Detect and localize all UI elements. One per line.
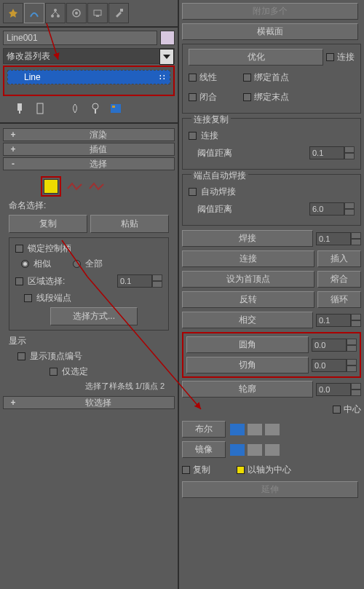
- outline-button[interactable]: 轮廓: [182, 381, 313, 398]
- svg-rect-8: [120, 9, 123, 12]
- linear-checkbox[interactable]: [189, 74, 197, 82]
- auto-weld-checkbox[interactable]: [189, 188, 197, 196]
- fuse-button[interactable]: 熔合: [317, 271, 361, 288]
- configure-sets-icon[interactable]: [109, 102, 122, 115]
- cross-insert-button[interactable]: 相交: [182, 312, 313, 328]
- similar-radio[interactable]: [21, 260, 29, 268]
- rollup-render[interactable]: +渲染: [3, 128, 175, 141]
- paste-button[interactable]: 粘贴: [90, 215, 169, 233]
- weld-button[interactable]: 焊接: [182, 230, 313, 247]
- svg-rect-10: [19, 111, 20, 114]
- connect-copy-checkbox[interactable]: [189, 132, 197, 140]
- select-by-button[interactable]: 选择方式...: [50, 307, 138, 325]
- svg-point-5: [75, 12, 78, 15]
- pin-stack-icon[interactable]: [13, 102, 26, 115]
- svg-point-2: [51, 15, 54, 17]
- show-result-icon[interactable]: [33, 102, 47, 115]
- svg-rect-9: [17, 103, 22, 111]
- connect-checkbox[interactable]: [326, 53, 334, 61]
- svg-point-1: [54, 9, 57, 12]
- modify-tab[interactable]: [24, 3, 44, 23]
- chevron-down-icon[interactable]: [159, 49, 174, 65]
- weld-spinner[interactable]: [316, 232, 361, 245]
- display-label: 显示: [9, 335, 169, 347]
- cross-section-button[interactable]: 横截面: [182, 23, 358, 40]
- display-tab[interactable]: [87, 3, 108, 23]
- copy-button[interactable]: 复制: [9, 215, 87, 233]
- all-radio[interactable]: [73, 260, 81, 268]
- outline-spinner[interactable]: [316, 383, 361, 396]
- fillet-button[interactable]: 圆角: [186, 336, 309, 353]
- bind-last-checkbox[interactable]: [243, 93, 251, 101]
- threshold-spinner-2[interactable]: [309, 202, 355, 216]
- mirror-both-icon[interactable]: [265, 444, 280, 456]
- mirror-button[interactable]: 镜像: [182, 441, 226, 458]
- named-selection-label: 命名选择:: [9, 199, 169, 212]
- command-panel-tabs: [3, 3, 175, 23]
- object-color-swatch[interactable]: [160, 31, 175, 45]
- svg-point-12: [92, 103, 98, 109]
- svg-rect-14: [111, 104, 121, 113]
- cycle-button[interactable]: 循环: [317, 291, 361, 308]
- optimize-button[interactable]: 优化: [189, 49, 323, 66]
- selected-only-checkbox[interactable]: [50, 368, 58, 376]
- connect-copy-title: 连接复制: [191, 114, 231, 126]
- bool-union-icon[interactable]: [230, 424, 245, 435]
- fillet-spinner[interactable]: [312, 339, 357, 352]
- closed-checkbox[interactable]: [189, 93, 197, 101]
- bool-subtract-icon[interactable]: [248, 424, 262, 435]
- reverse-button[interactable]: 反转: [182, 291, 314, 308]
- selection-status: 选择了样条线 1/顶点 2: [9, 381, 165, 392]
- svg-rect-11: [37, 103, 43, 114]
- bind-first-checkbox[interactable]: [243, 74, 251, 82]
- bool-intersect-icon[interactable]: [265, 424, 280, 435]
- modifier-list-dropdown[interactable]: 修改器列表: [3, 48, 175, 64]
- insert-button[interactable]: 插入: [317, 250, 361, 267]
- copy-checkbox[interactable]: [182, 466, 190, 474]
- utilities-tab[interactable]: [108, 3, 129, 23]
- stack-toolbar: [13, 102, 172, 115]
- auto-weld-title: 端点自动焊接: [191, 170, 248, 182]
- threshold-spinner-1[interactable]: [309, 146, 355, 159]
- segment-icon[interactable]: [67, 181, 83, 191]
- stack-item-line[interactable]: Line ∷: [7, 70, 170, 84]
- rollup-softsel[interactable]: +软选择: [3, 396, 175, 409]
- extend-button[interactable]: 延伸: [182, 481, 358, 498]
- vertex-subobject-button[interactable]: [41, 176, 61, 197]
- attach-mult-button[interactable]: 附加多个: [182, 3, 358, 20]
- boolean-button[interactable]: 布尔: [182, 421, 226, 438]
- selection-panel: 命名选择: 复制 粘贴 锁定控制柄 相似 全部 区域选择: 线段端点: [3, 172, 175, 396]
- connect-button[interactable]: 连接: [182, 250, 314, 267]
- svg-rect-7: [96, 15, 99, 17]
- remove-modifier-icon[interactable]: [89, 102, 102, 115]
- modifier-list-label: 修改器列表: [7, 50, 50, 63]
- rollup-interp[interactable]: +插值: [3, 143, 175, 156]
- svg-point-3: [57, 15, 60, 17]
- motion-tab[interactable]: [66, 3, 87, 23]
- cross-spinner[interactable]: [316, 314, 361, 327]
- area-select-spinner[interactable]: [117, 274, 162, 288]
- modifier-stack: Line ∷: [3, 66, 175, 96]
- create-tab[interactable]: [3, 3, 23, 23]
- make-first-button[interactable]: 设为首顶点: [182, 271, 314, 288]
- svg-rect-15: [112, 106, 115, 108]
- area-select-checkbox[interactable]: [15, 277, 23, 285]
- show-vertex-num-checkbox[interactable]: [17, 352, 25, 360]
- mirror-h-icon[interactable]: [230, 444, 245, 456]
- chamfer-spinner[interactable]: [312, 359, 357, 372]
- lock-handles-checkbox[interactable]: [15, 245, 23, 253]
- svg-rect-6: [94, 10, 101, 15]
- segment-end-checkbox[interactable]: [24, 294, 32, 302]
- about-axis-checkbox[interactable]: [237, 466, 245, 474]
- svg-rect-13: [95, 109, 96, 114]
- spline-icon[interactable]: [89, 181, 105, 191]
- svg-marker-0: [9, 9, 17, 17]
- rollup-selection[interactable]: -选择: [3, 157, 175, 170]
- make-unique-icon[interactable]: [68, 102, 82, 115]
- hierarchy-tab[interactable]: [45, 3, 66, 23]
- mirror-v-icon[interactable]: [248, 444, 262, 456]
- center-checkbox[interactable]: [333, 406, 341, 414]
- object-name-input[interactable]: [3, 31, 157, 45]
- chamfer-button[interactable]: 切角: [186, 357, 309, 373]
